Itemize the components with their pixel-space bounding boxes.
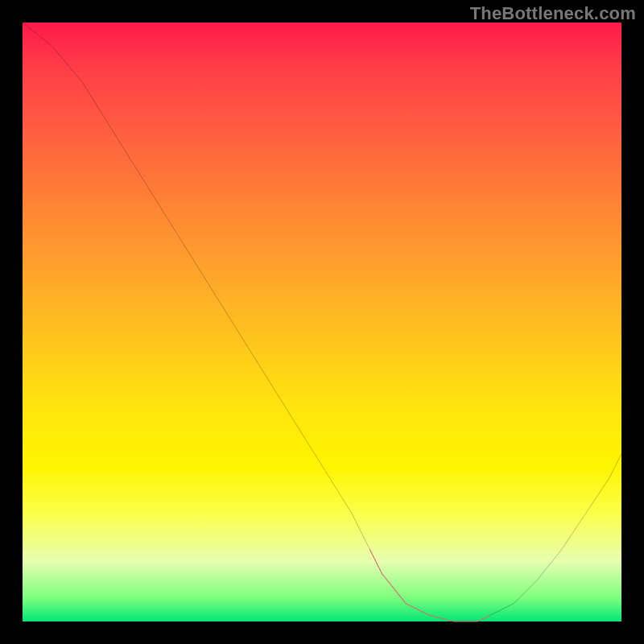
watermark-text: TheBottleneck.com (470, 3, 636, 24)
highlight-layer (23, 23, 621, 621)
highlight-segment (370, 550, 490, 621)
plot-area (23, 23, 621, 621)
chart-frame: TheBottleneck.com (0, 0, 644, 644)
